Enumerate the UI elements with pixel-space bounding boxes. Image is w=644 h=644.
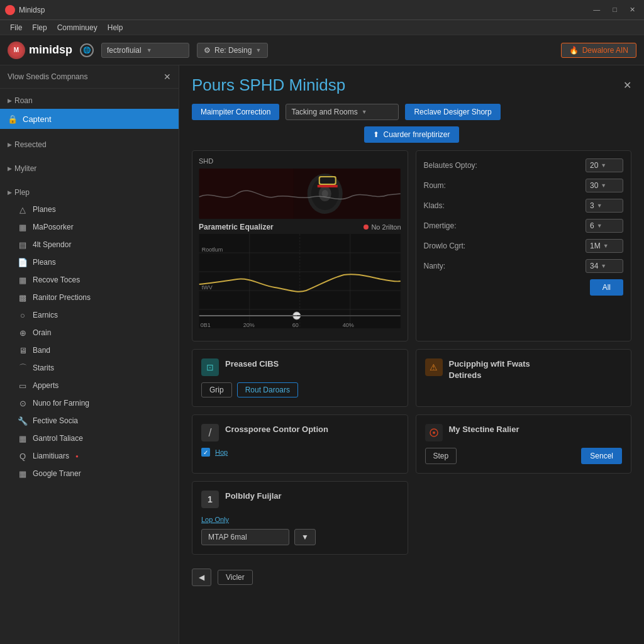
dmertige-select[interactable]: 6 ▼ [586,219,623,233]
upload-button[interactable]: ⬆ Cuarder fnrelptirizer [364,126,458,143]
sidebar-item-maposorker[interactable]: ▦ MaPosorker [0,218,179,236]
sencel-button[interactable]: Sencel [581,448,622,464]
sidebar-item-nuno-for-farning[interactable]: ⊙ Nuno for Farning [0,394,179,412]
belautes-select[interactable]: 20 ▼ [586,158,623,172]
klads-select[interactable]: 3 ▼ [586,199,623,213]
eq-thumbnail-svg [199,169,401,219]
header-bar: M minidsp 🌐 fectrofiuial ▼ ⚙ Re: Desing … [0,35,644,65]
menu-help[interactable]: Help [103,23,128,32]
maximize-button[interactable]: □ [609,4,621,15]
step-button[interactable]: Step [425,448,457,464]
mystectine-title: My Stectine Ralier [449,424,519,435]
main-layout: Vlow Snedis Compnans ✕ ▶ Roan 🔒 Captent … [0,65,644,644]
settings-button[interactable]: ⚙ Re: Desing ▼ [197,43,268,58]
dmertige-label: Dmertige: [424,221,457,230]
starits-icon: ⌒ [18,363,28,373]
step-dropdown-input[interactable]: MTAP 6mal [201,529,289,545]
dewalore-button[interactable]: 🔥 Dewalore AIN [561,43,636,58]
tracking-rooms-dropdown[interactable]: Tacking and Rooms ▼ [286,104,399,120]
sidebar-item-band[interactable]: 🖥 Band [0,341,179,359]
sidebar-group-roan-label[interactable]: ▶ Roan [0,92,179,109]
belautes-value: 20 [590,161,598,170]
plep-chevron: ▶ [8,189,12,196]
sidebar-item-ranitor-prections[interactable]: ▩ Ranitor Prections [0,289,179,306]
sidebar-item-apperts[interactable]: ▭ Apperts [0,377,179,394]
roum-chevron: ▼ [601,182,606,189]
svg-text:20%: 20% [243,322,255,328]
svg-rect-8 [318,185,338,187]
sidebar-header-text: Vlow Snedis Compnans [8,72,87,81]
title-bar-controls: — □ ✕ [589,4,639,15]
nanty-label: Nanty: [424,262,446,270]
close-window-button[interactable]: ✕ [626,4,639,15]
sidebar-item-captent[interactable]: 🔒 Captent [0,109,179,129]
vicler-button[interactable]: Vicler [218,570,253,585]
drowlo-chevron: ▼ [603,243,609,249]
sidebar-item-google-traner[interactable]: ▦ Google Traner [0,465,179,482]
sidebar-item-pleans[interactable]: 📄 Pleans [0,253,179,271]
sidebar-group-myliter: ▶ Myliter [0,157,179,180]
band-icon: 🖥 [18,345,28,355]
sidebar-item-planes[interactable]: △ Planes [0,201,179,218]
myliter-chevron: ▶ [8,165,12,172]
hop-label[interactable]: Hop [215,448,228,456]
menu-comminuey[interactable]: Comminuey [52,23,103,32]
eq-container: SHD [192,150,408,341]
maposorker-icon: ▦ [18,222,28,232]
reclave-designer-button[interactable]: Reclave Desiger Shorp [405,104,500,120]
roum-label: Roum: [424,181,446,190]
app-logo: M minidsp [8,42,72,59]
menu-flep[interactable]: Flep [27,23,52,32]
content-header: Pours SPHD Minidsp ✕ [179,65,644,100]
roum-select[interactable]: 30 ▼ [586,179,623,192]
sidebar-item-orain[interactable]: ⊕ Orain [0,324,179,341]
drowlo-select[interactable]: 1M ▼ [586,239,623,253]
tracking-chevron: ▼ [362,109,367,115]
sidebar-close-button[interactable]: ✕ [164,72,171,82]
step-title: Polbldy Fuijlar [225,491,282,502]
sidebar-group-plep: ▶ Plep △ Planes ▦ MaPosorker ▤ 4lt Spend… [0,180,179,486]
minimize-button[interactable]: — [589,4,604,15]
google-icon: ▦ [18,469,28,479]
step-dropdown-arrow[interactable]: ▼ [294,529,316,545]
spendor-icon: ▤ [18,240,28,250]
device-dropdown[interactable]: fectrofiuial ▼ [101,43,189,58]
content-close-button[interactable]: ✕ [623,79,631,91]
mystectine-icon [425,424,443,441]
logo-icon: M [8,42,25,59]
sidebar-group-myliter-label[interactable]: ▶ Myliter [0,160,179,177]
card-preased-header: ⊡ Preased CIBS [201,358,399,376]
dmertige-chevron: ▼ [597,223,602,229]
sidebar-item-4lt-spendor[interactable]: ▤ 4lt Spendor [0,236,179,253]
setting-dmertige: Dmertige: 6 ▼ [424,219,624,233]
menu-file[interactable]: File [5,23,27,32]
back-icon: ◀ [199,573,204,582]
sidebar-item-recove-toces[interactable]: ▦ Recove Toces [0,271,179,289]
all-button[interactable]: All [590,279,623,296]
sidebar-group-resected-label[interactable]: ▶ Resected [0,136,179,153]
gear-icon: ⚙ [204,46,211,55]
sidebar-item-starits[interactable]: ⌒ Starits [0,359,179,377]
sidebar-item-fective-socia[interactable]: 🔧 Fective Socia [0,412,179,430]
card-preased: ⊡ Preased CIBS Grip Rout Daroars [192,349,408,407]
svg-text:Rootlum: Rootlum [202,247,223,253]
step-link[interactable]: Lop Only [201,516,229,523]
sidebar-group-plep-label[interactable]: ▶ Plep [0,184,179,201]
main-correction-button[interactable]: Maimpiter Correction [192,104,279,120]
back-button[interactable]: ◀ [192,569,211,586]
klads-value: 3 [590,201,594,210]
grip-button[interactable]: Grip [201,382,232,397]
sidebar-item-liamitiuars[interactable]: Q Liamitiuars ● [0,447,179,465]
sidebar-item-gantrol-taliace[interactable]: ▦ Gantrol Taliace [0,430,179,447]
klads-chevron: ▼ [597,203,602,209]
hop-checkbox[interactable]: ✓ [201,448,210,457]
nanty-select[interactable]: 34 ▼ [586,259,623,273]
page-title: Pours SPHD Minidsp [192,75,345,95]
pucipphig-title: Pucipphig wfit Fwats Detireds [449,358,530,381]
step-number: 1 [201,491,219,508]
bottom-bar: ◀ Vicler [179,562,644,592]
rout-daroars-button[interactable]: Rout Daroars [237,382,298,397]
tracking-rooms-label: Tacking and Rooms [291,108,357,116]
sidebar-item-earnics[interactable]: ○ Earnics [0,306,179,324]
step-dropdown-row: MTAP 6mal ▼ [201,529,399,545]
